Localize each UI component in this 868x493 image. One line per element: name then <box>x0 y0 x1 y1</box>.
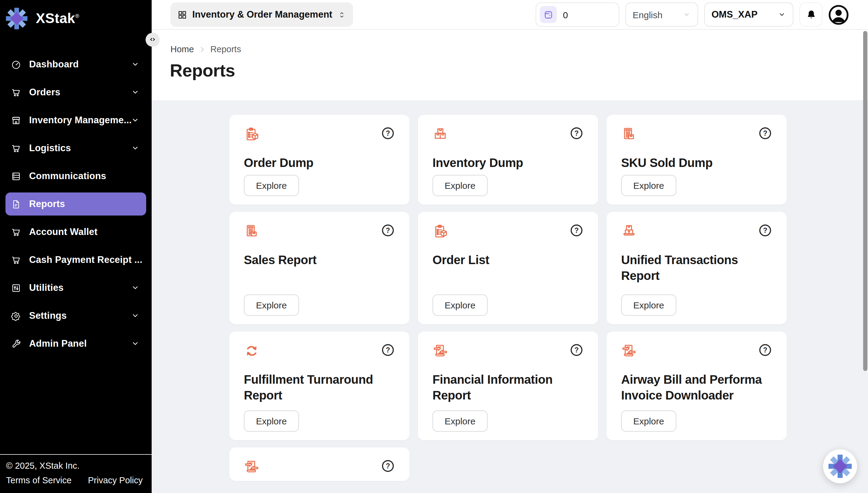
question-icon <box>758 223 772 237</box>
sidebar-item-cash-payment-receipt[interactable]: Cash Payment Receipt ... <box>5 248 146 272</box>
report-card-fulfillment-turnaround-report: Fulfillment Turnaround Report Explore <box>229 331 409 440</box>
sidebar-item-settings[interactable]: Settings <box>5 304 146 327</box>
terms-of-service-link[interactable]: Terms of Service <box>6 475 72 485</box>
chevron-down-icon <box>132 89 139 96</box>
report-card-title: Financial Information Report <box>433 371 584 403</box>
language-select[interactable]: English <box>625 2 698 27</box>
explore-button[interactable]: Explore <box>244 295 299 316</box>
question-icon <box>758 126 772 140</box>
chevron-down-icon <box>132 116 139 124</box>
card-top-row <box>244 126 395 142</box>
explore-button[interactable]: Explore <box>621 175 676 196</box>
sidebar-item-inventory-manageme[interactable]: Inventory Manageme... <box>5 109 146 132</box>
help-button[interactable] <box>381 126 395 140</box>
help-button[interactable] <box>570 343 584 357</box>
registered-mark: ® <box>75 13 79 19</box>
help-button[interactable] <box>758 126 772 140</box>
sidebar-item-admin-panel[interactable]: Admin Panel <box>5 332 146 355</box>
help-button[interactable] <box>758 343 772 357</box>
card-top-row <box>244 223 395 239</box>
explore-button[interactable]: Explore <box>621 295 676 316</box>
sidebar-item-reports[interactable]: Reports <box>5 192 146 216</box>
explore-button[interactable]: Explore <box>244 175 299 196</box>
app-root: XStak® Dashboard Orders Inventory Manage… <box>0 0 868 493</box>
explore-button[interactable]: Explore <box>433 295 488 316</box>
apps-grid-icon <box>178 10 187 19</box>
question-icon <box>570 343 584 357</box>
sidebar-item-label: Reports <box>29 198 65 210</box>
content-area: Order Dump Explore Inventory Dump Explor… <box>152 100 868 493</box>
file-icon <box>11 199 21 209</box>
sidebar-item-label: Orders <box>29 87 60 98</box>
sidebar-item-label: Settings <box>29 310 67 321</box>
report-card-order-dump: Order Dump Explore <box>229 115 409 205</box>
refresh-icon <box>244 343 259 359</box>
wallet-balance[interactable]: 0 <box>535 2 619 27</box>
wallet-value: 0 <box>563 9 568 20</box>
breadcrumb-current: Reports <box>210 44 241 54</box>
explore-button[interactable]: Explore <box>244 410 299 432</box>
report-card-sales-report: Sales Report Explore <box>229 212 409 324</box>
sidebar-footer: © 2025, XStak Inc. Terms of ServicePriva… <box>0 454 152 493</box>
sidebar-item-label: Logistics <box>29 143 71 154</box>
sidebar-item-label: Admin Panel <box>29 338 87 349</box>
topbar-right: 0 English OMS_XAP <box>535 2 849 27</box>
wrench-icon <box>11 339 21 349</box>
gear-icon <box>11 310 21 321</box>
chevron-right-icon <box>198 45 206 53</box>
card-top-row <box>433 223 584 239</box>
sliders-icon <box>11 283 21 293</box>
breadcrumb-home-link[interactable]: Home <box>170 44 194 54</box>
card-top-row <box>433 126 584 142</box>
sidebar-item-communications[interactable]: Communications <box>5 165 146 188</box>
app-switcher-dropdown[interactable]: Inventory & Order Management <box>170 2 353 27</box>
sidebar-item-label: Cash Payment Receipt ... <box>29 254 142 265</box>
help-button[interactable] <box>381 459 395 473</box>
box-upload-icon <box>621 223 637 239</box>
copyright-text: © 2025, XStak Inc. <box>6 461 145 471</box>
sidebar-nav: Dashboard Orders Inventory Manageme... L… <box>0 53 152 355</box>
card-top-row <box>621 223 772 239</box>
explore-button[interactable]: Explore <box>621 410 676 432</box>
breadcrumb: Home Reports <box>152 30 868 54</box>
explore-button[interactable]: Explore <box>433 175 488 196</box>
question-icon <box>570 223 584 237</box>
card-top-row <box>244 459 395 475</box>
chevron-down-icon <box>132 284 139 292</box>
vertical-scrollbar[interactable] <box>863 31 867 371</box>
sidebar-item-dashboard[interactable]: Dashboard <box>5 53 146 76</box>
user-avatar[interactable] <box>828 4 849 25</box>
report-card-title: Inventory Dump <box>433 155 584 171</box>
report-card-sku-sold-dump: SKU Sold Dump Explore <box>607 115 787 205</box>
report-card-order-list: Order List Explore <box>418 212 598 324</box>
sidebar-item-label: Dashboard <box>29 59 79 70</box>
bell-icon <box>805 9 817 20</box>
cart-icon <box>11 227 21 237</box>
help-button[interactable] <box>570 223 584 237</box>
sidebar-item-logistics[interactable]: Logistics <box>5 136 146 160</box>
clipboard-box-icon <box>244 126 259 142</box>
brand-logo: XStak® <box>0 0 152 30</box>
store-icon <box>11 115 21 125</box>
gauge-icon <box>11 59 21 69</box>
explore-button[interactable]: Explore <box>433 410 488 432</box>
cart-icon <box>11 255 21 265</box>
sidebar-item-label: Account Wallet <box>29 227 98 237</box>
sidebar-collapse-toggle[interactable] <box>145 33 160 47</box>
tenant-select[interactable]: OMS_XAP <box>704 2 793 27</box>
help-button[interactable] <box>758 223 772 237</box>
sidebar-item-orders[interactable]: Orders <box>5 81 146 104</box>
help-button[interactable] <box>381 223 395 237</box>
report-card-financial-information-report: Financial Information Report Explore <box>418 331 598 440</box>
notifications-button[interactable] <box>799 2 823 27</box>
question-icon <box>381 459 395 473</box>
privacy-policy-link[interactable]: Privacy Policy <box>88 475 143 485</box>
server-icon <box>11 171 21 181</box>
sidebar-item-utilities[interactable]: Utilities <box>5 276 146 299</box>
boxes-stack-icon <box>433 126 448 142</box>
question-icon <box>570 126 584 140</box>
sidebar-item-account-wallet[interactable]: Account Wallet <box>5 220 146 243</box>
report-card-airway-bill-and-performa-invoice-downloader: Airway Bill and Performa Invoice Downloa… <box>607 331 787 440</box>
help-button[interactable] <box>381 343 395 357</box>
help-button[interactable] <box>570 126 584 140</box>
